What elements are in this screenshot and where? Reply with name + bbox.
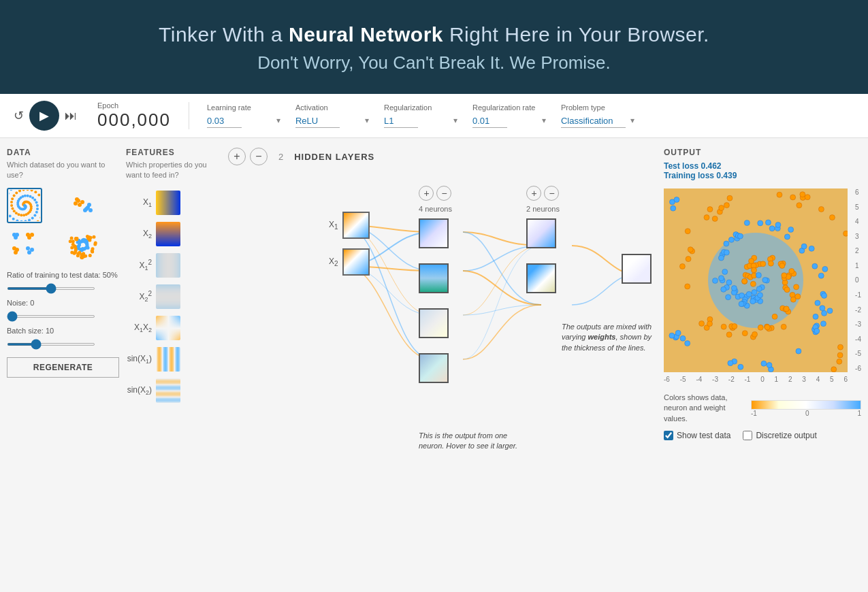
reg-rate-group: Regularization rate 0.010.0010.1110 [472, 103, 547, 128]
feature-x2-label: X2 [126, 229, 152, 240]
feature-x1sq-thumb[interactable] [156, 253, 180, 278]
input-x2-neuron[interactable] [342, 248, 370, 276]
activation-select[interactable]: ReLUTanhSigmoidLinear [295, 114, 340, 128]
feature-x1sq-label: X12 [126, 259, 152, 272]
input-x2-node: X2 [329, 248, 370, 276]
noise-section: Noise: 0 [7, 299, 119, 320]
dataset-spiral[interactable] [7, 188, 42, 223]
feature-sinx2-label: sin(X2) [126, 385, 152, 396]
feature-sinx1-label: sin(X1) [126, 354, 152, 365]
layer1-header: + − [419, 186, 452, 201]
output-node[interactable] [622, 254, 652, 284]
layer1-neuron-3[interactable] [419, 308, 449, 338]
regularization-select[interactable]: L1L2None [384, 114, 418, 128]
play-button[interactable]: ▶ [29, 101, 59, 131]
layer2-neurons [526, 218, 560, 299]
feature-x2sq-label: X22 [126, 290, 152, 303]
ratio-value: 50% [103, 271, 118, 279]
input-x1-node: X1 [329, 212, 370, 239]
reg-rate-wrapper: 0.010.0010.1110 [472, 114, 547, 128]
reg-rate-select[interactable]: 0.010.0010.1110 [472, 114, 507, 128]
output-panel: OUTPUT Test loss 0.462 Training loss 0.4… [664, 148, 861, 537]
layer1-remove-neuron[interactable]: − [436, 186, 451, 201]
training-loss-value: 0.439 [716, 171, 737, 180]
epoch-label: Epoch [97, 101, 171, 110]
ratio-slider[interactable] [7, 287, 95, 290]
discretize-output-checkbox[interactable] [743, 431, 752, 440]
layer2-neuron-1[interactable] [526, 218, 556, 248]
learning-rate-wrapper: 0.030.10.010.0030.001 [207, 114, 282, 128]
output-neuron[interactable] [622, 254, 652, 284]
layer2-neurons-label: 2 neurons [526, 205, 560, 213]
features-panel-title: FEATURES [126, 148, 221, 157]
color-bar [751, 400, 861, 410]
dataset-xor[interactable] [7, 227, 42, 263]
feature-x1-thumb[interactable] [156, 191, 180, 215]
layer1-neurons-label: 4 neurons [419, 205, 452, 213]
data-panel-subtitle: Which dataset do you want to use? [7, 160, 119, 181]
batch-section: Batch size: 10 [7, 327, 119, 348]
problem-type-select[interactable]: ClassificationRegression [561, 114, 626, 128]
layer2-remove-neuron[interactable]: − [544, 186, 559, 201]
show-test-data-checkbox[interactable] [664, 431, 673, 440]
noise-slider[interactable] [7, 315, 95, 318]
dataset-cluster[interactable] [65, 188, 101, 223]
add-remove-layers: + − [228, 148, 268, 165]
layer1-neuron-1[interactable] [419, 218, 449, 248]
feature-x1-label: X1 [126, 197, 152, 208]
color-legend-text: Colors shows data, neuron and weight val… [664, 393, 745, 424]
layer1-add-neuron[interactable]: + [419, 186, 434, 201]
data-panel: DATA Which dataset do you want to use? R… [7, 148, 119, 537]
reg-rate-label: Regularization rate [472, 103, 547, 112]
x-axis-labels: -6-5-4-3-2-10123456 [664, 376, 848, 383]
reset-button[interactable]: ↺ [14, 108, 24, 123]
feature-sinx2-thumb[interactable] [156, 378, 180, 403]
batch-slider[interactable] [7, 343, 95, 346]
batch-label: Batch size: 10 [7, 327, 119, 335]
learning-rate-select[interactable]: 0.030.10.010.0030.001 [207, 114, 242, 128]
network-area: + − 2 HIDDEN LAYERS [228, 148, 657, 537]
feature-x2sq-thumb[interactable] [156, 284, 180, 309]
noise-label: Noise: 0 [7, 299, 119, 307]
discretize-output-label[interactable]: Discretize output [743, 431, 816, 440]
problem-type-wrapper: ClassificationRegression [561, 114, 636, 128]
add-layer-button[interactable]: + [228, 148, 246, 165]
layer2-col: + − 2 neurons [526, 186, 560, 299]
layer1-neuron-4[interactable] [419, 353, 449, 383]
regularization-group: Regularization L1L2None [384, 103, 459, 128]
header-subtitle: Don't Worry, You Can't Break It. We Prom… [14, 52, 854, 73]
regenerate-button[interactable]: REGENERATE [7, 357, 119, 378]
dataset-circle[interactable] [65, 227, 101, 263]
features-panel-subtitle: Which properties do you want to feed in? [126, 160, 221, 181]
step-button[interactable]: ⏭ [65, 109, 77, 123]
ratio-label: Ratio of training to test data: 50% [7, 271, 119, 279]
batch-value: 10 [46, 327, 54, 335]
feature-x1x2: X1X2 [126, 316, 221, 340]
input-nodes: X1 X2 [329, 212, 370, 276]
ratio-section: Ratio of training to test data: 50% [7, 271, 119, 292]
problem-type-label: Problem type [561, 103, 636, 112]
problem-type-group: Problem type ClassificationRegression [561, 103, 636, 128]
regularization-label: Regularization [384, 103, 459, 112]
bottom-controls: Show test data Discretize output [664, 431, 861, 440]
feature-sinx1: sin(X1) [126, 347, 221, 372]
input-x1-neuron[interactable] [342, 212, 370, 239]
feature-x2-thumb[interactable] [156, 222, 180, 246]
header-title: Tinker With a Neural Network Right Here … [14, 19, 854, 50]
noise-value: 0 [30, 299, 34, 307]
feature-sinx1-thumb[interactable] [156, 347, 180, 372]
show-test-data-label[interactable]: Show test data [664, 431, 730, 440]
layer1-neuron-2[interactable] [419, 263, 449, 293]
layer2-neuron-2[interactable] [526, 263, 556, 293]
feature-x1x2-thumb[interactable] [156, 316, 180, 340]
feature-list: X1 X2 X12 X22 X1X2 [126, 191, 221, 403]
remove-layer-button[interactable]: − [250, 148, 268, 165]
main-content: DATA Which dataset do you want to use? R… [0, 138, 868, 546]
layer2-add-neuron[interactable]: + [526, 186, 541, 201]
color-legend: Colors shows data, neuron and weight val… [664, 393, 861, 424]
layer1-neurons [419, 218, 452, 389]
feature-x2: X2 [126, 222, 221, 246]
test-loss-value: 0.462 [701, 161, 721, 171]
color-bar-labels: -1 0 1 [751, 410, 861, 417]
toolbar-separator [189, 102, 189, 129]
